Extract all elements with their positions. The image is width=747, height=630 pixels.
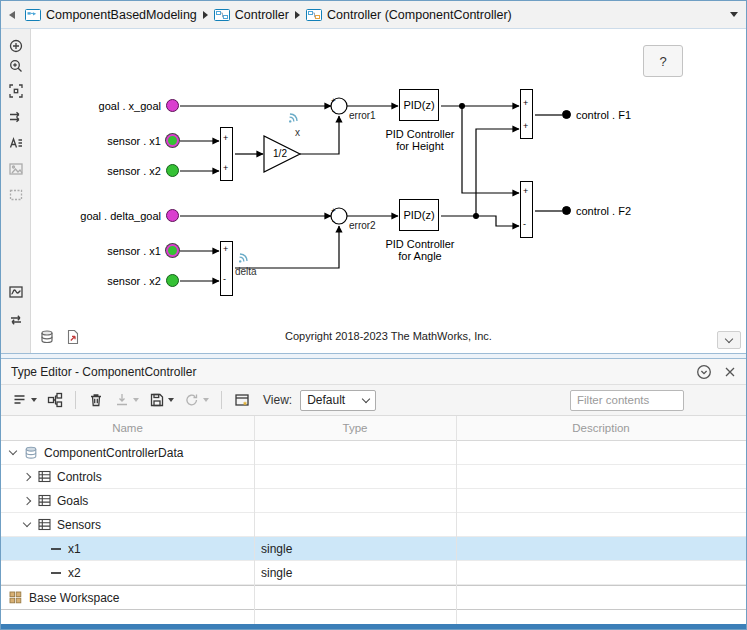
table-row-goals[interactable]: Goals [1, 489, 746, 513]
breadcrumb-label[interactable]: Controller [235, 8, 289, 22]
copyright-annotation: Copyright 2018-2023 The MathWorks, Inc. [31, 330, 746, 342]
zoom-in-button[interactable] [4, 55, 27, 76]
import-button[interactable] [111, 388, 142, 412]
expand-expander[interactable] [22, 498, 32, 504]
dropdown-caret-icon [203, 398, 209, 402]
inport-goal-delta-goal[interactable] [166, 209, 179, 222]
sum-block-delta[interactable]: + - [220, 241, 233, 296]
view-dropdown[interactable]: Default [300, 390, 376, 411]
sum-block-f1[interactable]: + + [520, 89, 533, 139]
breadcrumb-label[interactable]: Controller (ComponentController) [327, 8, 512, 22]
view-dropdown-value: Default [307, 393, 345, 407]
column-header-type[interactable]: Type [254, 422, 456, 434]
inport-sensor-x1-2[interactable] [166, 244, 179, 257]
compass-icon [8, 38, 24, 54]
caption-line: PID Controller [359, 128, 481, 140]
outport-control-f1[interactable] [562, 110, 571, 119]
collapse-expander[interactable] [22, 523, 32, 526]
dropdown-caret-icon [31, 398, 37, 402]
diagram-canvas[interactable]: goal . x_goal sensor . x1 sensor . x2 go… [31, 29, 746, 353]
bus-icon [38, 518, 51, 531]
area-button[interactable] [4, 184, 27, 205]
outport-label: control . F1 [576, 109, 631, 121]
signal-routing-button[interactable] [4, 106, 27, 127]
breadcrumb-item-controller[interactable]: Controller [214, 8, 289, 22]
close-panel-button[interactable] [722, 364, 738, 380]
save-button[interactable] [146, 388, 177, 412]
table-row-x1[interactable]: x1 single [1, 537, 746, 561]
row-label: Goals [57, 494, 88, 508]
breadcrumb-dropdown-icon[interactable] [730, 12, 738, 17]
table-header: Name Type Description [1, 416, 746, 441]
signal-logging-icon[interactable] [235, 251, 249, 265]
sum-block-f2[interactable]: + - [520, 181, 533, 238]
breadcrumb-item-component-controller[interactable]: Controller (ComponentController) [306, 8, 512, 22]
collapse-expander[interactable] [8, 451, 18, 454]
panel-menu-button[interactable] [696, 364, 712, 380]
column-header-description[interactable]: Description [456, 422, 746, 434]
type-editor-title-bar: Type Editor - ComponentController [1, 359, 746, 385]
close-icon [724, 366, 736, 378]
simulink-window: ComponentBasedModeling Controller Contro… [0, 0, 747, 630]
help-button[interactable]: ? [643, 45, 683, 77]
open-dialog-icon [234, 392, 250, 408]
delete-button[interactable] [85, 388, 107, 412]
signal-logging-icon[interactable] [285, 111, 299, 125]
table-row-x2[interactable]: x2 single [1, 561, 746, 585]
compass-button[interactable] [4, 35, 27, 56]
row-type[interactable]: single [254, 542, 456, 556]
pid-angle-block[interactable]: PID(z) [399, 199, 439, 231]
sum-block-height[interactable]: + + [220, 127, 233, 181]
table-row-controls[interactable]: Controls [1, 465, 746, 489]
signal-name-label: x [295, 127, 300, 138]
compare-button[interactable] [4, 309, 27, 330]
swap-arrows-icon [8, 312, 24, 328]
inport-goal-x-goal[interactable] [166, 99, 179, 112]
export-button[interactable] [181, 388, 212, 412]
inport-label: sensor . x1 [49, 135, 161, 147]
document-arrow-button[interactable] [62, 327, 84, 346]
filter-input[interactable] [570, 390, 684, 411]
breadcrumb-label[interactable]: ComponentBasedModeling [46, 8, 197, 22]
inport-label: goal . delta_goal [49, 210, 161, 222]
row-type[interactable]: single [254, 566, 456, 580]
caption-line: for Height [359, 140, 481, 152]
column-header-name[interactable]: Name [1, 422, 254, 434]
annotation-button[interactable] [4, 132, 27, 153]
fit-to-view-button[interactable] [4, 80, 27, 101]
expand-expander[interactable] [22, 474, 32, 480]
hide-panel-button[interactable] [717, 331, 741, 349]
base-workspace-row[interactable]: Base Workspace [1, 585, 746, 610]
toolbar-separator [221, 391, 222, 409]
signal-element-icon [50, 546, 62, 552]
breadcrumb-item-model[interactable]: ComponentBasedModeling [25, 8, 197, 22]
type-editor-toolbar: View: Default [1, 385, 746, 416]
bus-icon [38, 470, 51, 483]
inport-sensor-x2[interactable] [166, 164, 179, 177]
row-label: Sensors [57, 518, 101, 532]
viewers-icon [8, 284, 24, 300]
pid-height-block[interactable]: PID(z) [399, 89, 439, 121]
minus-sign: - [223, 275, 226, 284]
inport-sensor-x1[interactable] [166, 134, 179, 147]
dropdown-caret-icon [133, 398, 139, 402]
component-icon [306, 8, 322, 22]
inport-sensor-x2-2[interactable] [166, 274, 179, 287]
up-to-parent-icon[interactable] [7, 9, 19, 21]
window-frame-bottom [1, 624, 746, 629]
error-label: error2 [349, 220, 376, 232]
minus-sign: - [523, 220, 526, 229]
open-dialog-button[interactable] [231, 388, 253, 412]
outport-control-f2[interactable] [562, 206, 571, 215]
minus-sign: - [332, 107, 335, 115]
hierarchy-view-button[interactable] [44, 388, 66, 412]
viewers-button[interactable] [4, 281, 27, 302]
add-entry-button[interactable] [9, 388, 40, 412]
table-row-sensors[interactable]: Sensors [1, 513, 746, 537]
table-row-componentcontrollerdata[interactable]: ComponentControllerData [1, 441, 746, 465]
breadcrumb-separator-icon [203, 11, 208, 19]
data-stack-button[interactable] [36, 327, 58, 346]
image-button[interactable] [4, 158, 27, 179]
subsystem-icon [214, 8, 230, 22]
image-icon [8, 161, 24, 177]
